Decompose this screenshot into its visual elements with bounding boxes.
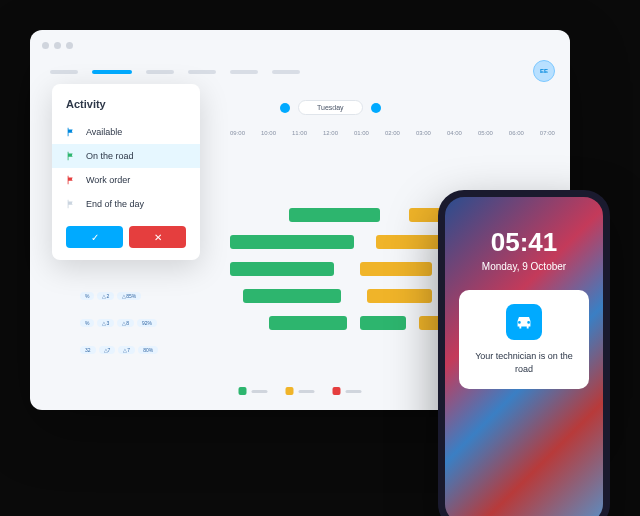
time-tick: 01:00 [354, 130, 369, 142]
next-day-button[interactable] [371, 103, 381, 113]
timeline-header: 09:0010:0011:0012:0001:0002:0003:0004:00… [230, 130, 555, 142]
top-tabs [30, 62, 570, 82]
tab-item-active[interactable] [92, 70, 132, 74]
car-icon [506, 304, 542, 340]
flag-icon [66, 199, 76, 209]
flag-icon [66, 151, 76, 161]
time-tick: 09:00 [230, 130, 245, 142]
time-tick: 06:00 [509, 130, 524, 142]
dot [42, 42, 49, 49]
day-label[interactable]: Tuesday [298, 100, 363, 115]
tab-item[interactable] [188, 70, 216, 74]
legend-item [333, 387, 362, 395]
flag-icon [66, 127, 76, 137]
phone-mockup: 05:41 Monday, 9 October Your technician … [438, 190, 610, 516]
activity-popup: Activity AvailableOn the roadWork orderE… [52, 84, 200, 260]
tab-item[interactable] [272, 70, 300, 74]
time-tick: 04:00 [447, 130, 462, 142]
prev-day-button[interactable] [280, 103, 290, 113]
activity-option[interactable]: On the road [52, 144, 200, 168]
activity-option[interactable]: Work order [52, 168, 200, 192]
activity-option[interactable]: Available [52, 120, 200, 144]
legend-item [286, 387, 315, 395]
time-tick: 11:00 [292, 130, 307, 142]
notification-card[interactable]: Your technician is on the road [459, 290, 589, 389]
activity-label: Available [86, 127, 122, 137]
time-tick: 12:00 [323, 130, 338, 142]
window-controls [42, 42, 73, 49]
popup-title: Activity [52, 98, 200, 120]
time-tick: 02:00 [385, 130, 400, 142]
dot [54, 42, 61, 49]
legend-item [239, 387, 268, 395]
phone-time: 05:41 [459, 227, 589, 258]
time-tick: 07:00 [540, 130, 555, 142]
activity-label: Work order [86, 175, 130, 185]
cancel-button[interactable]: ✕ [129, 226, 186, 248]
phone-date: Monday, 9 October [459, 261, 589, 272]
legend [239, 387, 362, 395]
activity-option[interactable]: End of the day [52, 192, 200, 216]
confirm-button[interactable]: ✓ [66, 226, 123, 248]
day-selector: Tuesday [280, 100, 381, 115]
activity-label: End of the day [86, 199, 144, 209]
activity-label: On the road [86, 151, 134, 161]
time-tick: 03:00 [416, 130, 431, 142]
dot [66, 42, 73, 49]
flag-icon [66, 175, 76, 185]
tab-item[interactable] [50, 70, 78, 74]
tab-item[interactable] [146, 70, 174, 74]
tab-item[interactable] [230, 70, 258, 74]
avatar[interactable]: EE [533, 60, 555, 82]
time-tick: 10:00 [261, 130, 276, 142]
notification-text: Your technician is on the road [473, 350, 575, 375]
time-tick: 05:00 [478, 130, 493, 142]
